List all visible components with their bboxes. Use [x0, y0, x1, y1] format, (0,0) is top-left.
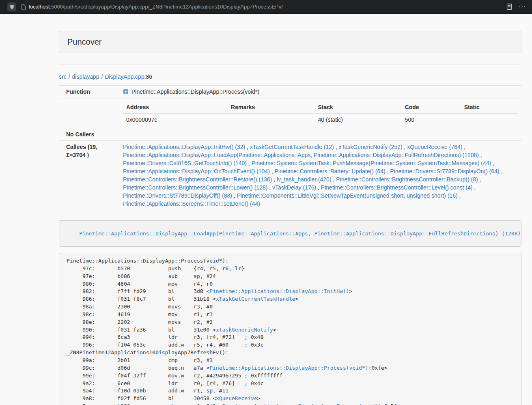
callee-separator: , [334, 144, 339, 150]
callee-separator: , [462, 144, 465, 150]
function-stats-table: Address Remarks Stack Code Static 0x0000… [123, 101, 518, 126]
callee-separator: , [386, 168, 390, 174]
col-stack: Stack [314, 101, 401, 114]
no-callers-label: No Callers [59, 128, 120, 141]
disassembly-symbol-link[interactable]: Pinetime::Applications::DisplayApp::Proc… [209, 365, 368, 371]
no-callers-row: No Callers [59, 128, 521, 141]
url-bar[interactable]: localhost:5000/path/src/displayapp/Displ… [29, 4, 506, 10]
disassembly-symbol-link[interactable]: xQueueReceive [216, 395, 257, 401]
disassembly-symbol-link[interactable]: Pinetime::Applications::DisplayApp::Proc… [222, 403, 381, 405]
breadcrumb: src/displayapp/DisplayApp.cpp:86 [59, 73, 521, 80]
breadcrumb-line-number: :86 [144, 73, 152, 80]
callees-label: Callees (19, Σ=3704 ) [59, 141, 120, 210]
cell-remarks [228, 114, 314, 126]
callees-row: Callees (19, Σ=3704 ) Pinetime::Applicat… [59, 141, 521, 210]
callee-separator: , [316, 184, 321, 191]
function-row: Function ƒ Pinetime::Applications::Displ… [59, 86, 521, 99]
callee-link[interactable]: Pinetime::Controllers::BrightnessControl… [123, 184, 267, 191]
stats-header-row: Address Remarks Stack Code Static [123, 101, 518, 114]
callee-separator: , [479, 152, 482, 158]
app-title: Puncover [67, 37, 513, 47]
url-path: :5000/path/src/displayapp/DisplayApp.cpp… [50, 4, 283, 10]
details-row: Address Remarks Stack Code Static 0x0000… [59, 99, 521, 128]
breadcrumb-separator: / [101, 73, 103, 80]
col-static: Static [461, 101, 518, 114]
divider [59, 65, 521, 65]
security-badge[interactable] [7, 2, 16, 11]
callee-link[interactable]: Pinetime::Components::LittleVgl::SetNewT… [237, 192, 458, 199]
callee-separator: , [247, 160, 252, 166]
stats-value-row: 0x0000097c 40 (static) 500 [123, 114, 518, 126]
callee-link[interactable]: Pinetime::Applications::DisplayApp::Load… [123, 152, 479, 158]
disassembly-pre: Pinetime::Applications::DisplayApp::Proc… [59, 253, 521, 405]
shield-icon [9, 4, 15, 10]
callee-link[interactable]: lv_task_handler (420) [277, 176, 332, 183]
callee-separator: , [270, 168, 275, 174]
callee-link[interactable]: xTaskGenericNotify (252) [338, 144, 402, 150]
callee-link[interactable]: Pinetime::Applications::DisplayApp::OnTo… [123, 168, 270, 174]
callee-link[interactable]: xTaskGetCurrentTaskHandle (12) [250, 144, 334, 150]
callee-separator: , [245, 144, 250, 150]
callee-separator: , [500, 168, 503, 174]
browser-chrome: localhost:5000/path/src/displayapp/Displ… [0, 0, 532, 14]
callee-separator: , [472, 184, 476, 191]
cell-code: 500 [402, 114, 461, 126]
breadcrumb-link-src[interactable]: src [59, 73, 67, 80]
reader-view-icon[interactable] [506, 3, 512, 10]
cell-static [461, 114, 518, 126]
callee-link[interactable]: Pinetime::Drivers::Cst816S::GetTouchInfo… [123, 160, 247, 166]
breadcrumb-link-file[interactable]: DisplayApp.cpp [105, 73, 144, 80]
col-address: Address [123, 101, 228, 114]
disassembly-symbol-link[interactable]: Pinetime::Applications::DisplayApp::Init… [209, 288, 349, 294]
overflow-menu-icon[interactable]: ⋯ [519, 3, 526, 10]
callee-link[interactable]: xQueueReceive (764) [407, 144, 462, 150]
callee-link[interactable]: Pinetime::Drivers::St7789::DisplayOn() (… [390, 168, 499, 174]
col-code: Code [402, 101, 461, 114]
callee-separator: , [267, 184, 272, 191]
function-name: Pinetime::Applications::DisplayApp::Proc… [131, 88, 259, 95]
callee-link[interactable]: Pinetime::Drivers::St7789::DisplayOff() … [123, 192, 232, 199]
callee-link[interactable]: Pinetime::Controllers::BrightnessControl… [336, 176, 478, 183]
page-container: Puncover src/displayapp/DisplayApp.cpp:8… [59, 31, 521, 405]
callee-separator: , [403, 144, 407, 150]
callee-link[interactable]: Pinetime::Controllers::BrightnessControl… [123, 176, 272, 183]
callee-separator: , [272, 176, 277, 183]
callees-list: Pinetime::Applications::DisplayApp::Init… [120, 141, 521, 210]
svg-text:ƒ: ƒ [125, 90, 127, 94]
callee-link[interactable]: Pinetime::System::SystemTask::PushMessag… [252, 160, 491, 166]
disassembly-symbol-link[interactable]: xTaskGetCurrentTaskHandle [216, 296, 295, 302]
callee-link[interactable]: Pinetime::Controllers::Battery::Update()… [275, 168, 386, 174]
selected-symbol-box: Pinetime::Applications::DisplayApp::Load… [59, 220, 521, 247]
cell-address: 0x0000097c [123, 114, 228, 126]
brand-panel: Puncover [59, 31, 521, 53]
function-detail-table: Function ƒ Pinetime::Applications::Displ… [59, 85, 521, 210]
callee-link[interactable]: Pinetime::Applications::Screens::Timer::… [123, 200, 260, 207]
breadcrumb-link-displayapp[interactable]: displayapp [72, 73, 99, 80]
toolbar-actions: ⋯ [506, 3, 526, 10]
cell-stack: 40 (static) [314, 114, 401, 126]
callee-link[interactable]: Pinetime::Controllers::BrightnessControl… [321, 184, 472, 191]
breadcrumb-separator: / [69, 73, 70, 80]
callee-separator: , [232, 192, 237, 199]
callee-link[interactable]: Pinetime::Applications::DisplayApp::Init… [123, 144, 245, 150]
function-row-label: Function [59, 86, 120, 99]
disassembly-symbol-link[interactable]: xTaskGenericNotify [216, 327, 273, 333]
callee-separator: , [478, 176, 481, 183]
callee-separator: , [491, 160, 494, 166]
function-icon: ƒ [123, 88, 129, 97]
col-remarks: Remarks [228, 101, 314, 114]
url-host: localhost [29, 4, 50, 10]
callee-link[interactable]: vTaskDelay (176) [272, 184, 316, 191]
page-icon [21, 4, 26, 10]
selected-symbol-link[interactable]: Pinetime::Applications::DisplayApp::Load… [79, 231, 521, 237]
callee-separator: , [332, 176, 336, 183]
callee-separator: , [458, 192, 461, 199]
